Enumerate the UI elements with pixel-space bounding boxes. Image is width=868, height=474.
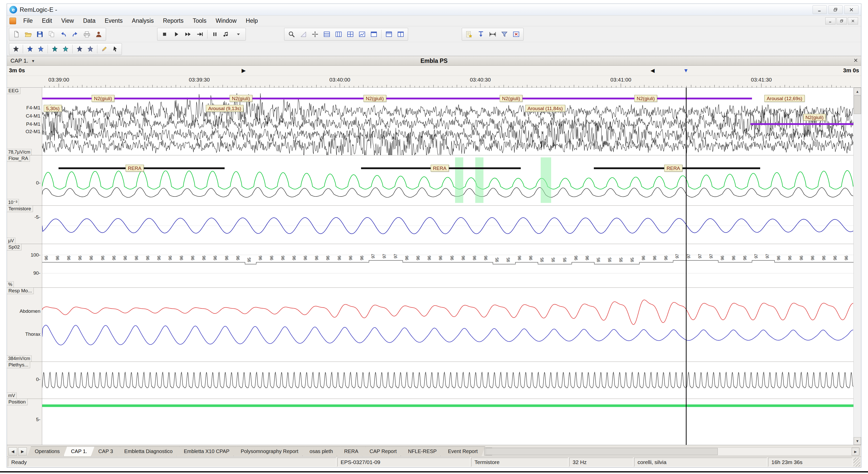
scroll-up-button[interactable]: ▲ bbox=[854, 88, 861, 95]
document-close-button[interactable] bbox=[853, 58, 859, 65]
score-black-button[interactable] bbox=[10, 44, 21, 54]
tab-osas-pleth[interactable]: osas pleth bbox=[302, 446, 340, 456]
arousal-event-label[interactable]: Arousal (12,69s) bbox=[764, 95, 804, 102]
hscroll-right-button[interactable]: ▶ bbox=[851, 448, 859, 455]
cross-window-button[interactable] bbox=[510, 29, 522, 40]
vertical-scroll-thumb[interactable] bbox=[854, 96, 861, 114]
rera-event-label[interactable]: RERA bbox=[431, 165, 449, 172]
window-minimize-button[interactable] bbox=[812, 5, 827, 14]
score-blue-1-button[interactable] bbox=[25, 44, 35, 54]
layout-rows-button[interactable] bbox=[321, 29, 333, 40]
tab-cap-3[interactable]: CAP 3 bbox=[91, 446, 120, 456]
annotation-pencil-button[interactable] bbox=[99, 44, 110, 54]
menu-file[interactable]: File bbox=[19, 17, 37, 25]
menu-edit[interactable]: Edit bbox=[37, 17, 57, 25]
audio-dropdown-button[interactable] bbox=[232, 29, 244, 40]
event-list-button[interactable] bbox=[463, 29, 475, 40]
arousal-event-label[interactable]: 5,30s) bbox=[44, 105, 62, 112]
window-rows-button[interactable] bbox=[383, 29, 395, 40]
menu-events[interactable]: Events bbox=[100, 17, 127, 25]
window-plain-button[interactable] bbox=[368, 29, 380, 40]
menu-tools[interactable]: Tools bbox=[188, 17, 211, 25]
tab-operations[interactable]: Operations bbox=[27, 446, 67, 456]
undo-button[interactable] bbox=[58, 29, 69, 40]
pause-button[interactable] bbox=[209, 29, 221, 40]
menu-view[interactable]: View bbox=[57, 17, 79, 25]
time-cursor[interactable] bbox=[686, 88, 687, 445]
menu-help[interactable]: Help bbox=[241, 17, 262, 25]
calibration-button[interactable] bbox=[298, 29, 309, 40]
channel-name-plethys[interactable]: Plethys... bbox=[7, 362, 30, 368]
zoom-button[interactable] bbox=[286, 29, 298, 40]
tab-event-report[interactable]: Event Report bbox=[440, 446, 485, 456]
window-cols-button[interactable] bbox=[395, 29, 406, 40]
score-teal-2-button[interactable] bbox=[60, 44, 71, 54]
sleep-stage-bar-n2[interactable] bbox=[750, 123, 854, 125]
back-marker[interactable]: ◀ bbox=[651, 67, 655, 74]
channel-name-position[interactable]: Position bbox=[7, 399, 28, 405]
arousal-event-label[interactable]: Arousal (11,84s) bbox=[525, 105, 565, 112]
filter-button[interactable] bbox=[498, 29, 510, 40]
vertical-scrollbar[interactable]: ▲▼ bbox=[854, 88, 861, 445]
copy-button[interactable] bbox=[46, 29, 58, 40]
cursor-marker[interactable]: ▼ bbox=[683, 67, 689, 74]
score-dark-1-button[interactable] bbox=[74, 44, 85, 54]
channel-name-eeg[interactable]: EEG bbox=[7, 88, 21, 94]
fast-forward-button[interactable] bbox=[182, 29, 194, 40]
tab-embletta-x10-cpap[interactable]: Embletta X10 CPAP bbox=[176, 446, 237, 456]
tab-scroll-left-button[interactable]: ◀ bbox=[8, 447, 17, 455]
layout-columns-button[interactable] bbox=[333, 29, 344, 40]
mdi-minimize-button[interactable] bbox=[825, 18, 836, 25]
menu-reports[interactable]: Reports bbox=[158, 17, 188, 25]
channel-name-flow[interactable]: Flow_RA bbox=[7, 155, 30, 162]
tab-polysomnography-report[interactable]: Polysomnography Report bbox=[233, 446, 306, 456]
score-blue-2-button[interactable] bbox=[35, 44, 46, 54]
score-teal-1-button[interactable] bbox=[49, 44, 60, 54]
resize-grip[interactable] bbox=[854, 457, 860, 467]
window-close-button[interactable] bbox=[844, 5, 859, 14]
horizontal-scrollbar[interactable]: ◀▶ bbox=[484, 447, 860, 455]
montage-selector[interactable]: CAP 1. ▼ bbox=[7, 58, 39, 64]
layout-grid-button[interactable] bbox=[344, 29, 356, 40]
open-button[interactable] bbox=[22, 29, 34, 40]
mdi-close-button[interactable] bbox=[848, 18, 858, 25]
new-document-button[interactable] bbox=[10, 29, 22, 40]
play-button[interactable] bbox=[170, 29, 182, 40]
fit-width-button[interactable] bbox=[487, 29, 498, 40]
channel-name-spo2[interactable]: Sp02 bbox=[7, 244, 22, 250]
event-pin-button[interactable] bbox=[475, 29, 487, 40]
rera-event-label[interactable]: RERA bbox=[126, 165, 144, 172]
layout-chart-button[interactable] bbox=[356, 29, 368, 40]
scroll-down-button[interactable]: ▼ bbox=[854, 437, 861, 445]
arousal-event-label[interactable]: Arousal (9,13s) bbox=[206, 105, 244, 112]
menu-window[interactable]: Window bbox=[211, 17, 241, 25]
tab-cap-1[interactable]: CAP 1. bbox=[64, 446, 95, 456]
tab-scroll-right-button[interactable]: ▶ bbox=[18, 447, 27, 455]
menu-analysis[interactable]: Analysis bbox=[127, 17, 158, 25]
sleep-stage-event-label[interactable]: N2(giuli) bbox=[634, 95, 657, 102]
horizontal-scroll-thumb[interactable] bbox=[486, 448, 718, 455]
sleep-stage-event-label[interactable]: N2(giuli) bbox=[803, 114, 826, 121]
channel-name-termistore[interactable]: Termistore bbox=[7, 206, 33, 212]
sleep-stage-event-label[interactable]: N2(giuli) bbox=[230, 95, 252, 102]
tab-embletta-diagnostico[interactable]: Embletta Diagnostico bbox=[117, 446, 180, 456]
menu-data[interactable]: Data bbox=[79, 17, 100, 25]
window-restore-button[interactable] bbox=[828, 5, 843, 14]
sleep-stage-event-label[interactable]: N2(giuli) bbox=[363, 95, 386, 102]
sleep-stage-event-label[interactable]: N2(giuli) bbox=[500, 95, 523, 102]
print-button[interactable] bbox=[81, 29, 93, 40]
forward-marker[interactable]: ▶ bbox=[242, 67, 246, 74]
redo-button[interactable] bbox=[69, 29, 81, 40]
go-to-end-button[interactable] bbox=[194, 29, 206, 40]
sleep-stage-event-label[interactable]: N2(giuli) bbox=[92, 95, 115, 102]
stop-button[interactable] bbox=[159, 29, 170, 40]
score-dark-2-button[interactable] bbox=[85, 44, 96, 54]
pointer-button[interactable] bbox=[110, 44, 120, 54]
crosshair-button[interactable] bbox=[309, 29, 321, 40]
audio-button[interactable] bbox=[221, 29, 232, 40]
tab-nfle-resp[interactable]: NFLE-RESP bbox=[401, 446, 444, 456]
channel-name-resp[interactable]: Resp Mo... bbox=[7, 288, 34, 294]
tab-cap-report[interactable]: CAP Report bbox=[362, 446, 404, 456]
mdi-restore-button[interactable] bbox=[837, 18, 847, 25]
patient-info-button[interactable] bbox=[93, 29, 104, 40]
